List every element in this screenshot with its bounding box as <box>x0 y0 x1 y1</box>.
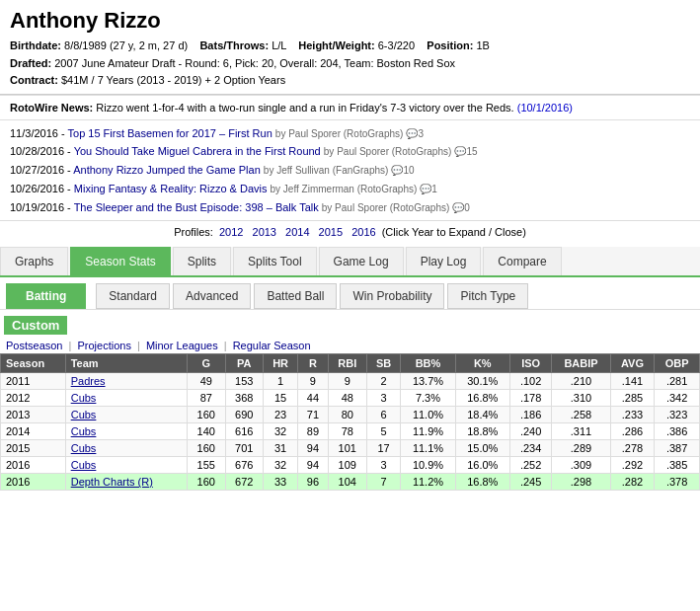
cell-hr: 15 <box>263 390 297 407</box>
cell-obp: .323 <box>655 407 700 423</box>
cell-bb: 11.2% <box>401 474 455 491</box>
cell-team[interactable]: Cubs <box>65 457 187 474</box>
news-section: RotoWire News: Rizzo went 1-for-4 with a… <box>0 95 700 120</box>
cell-babip: .298 <box>552 474 610 491</box>
article-link-4[interactable]: Mixing Fantasy & Reality: Rizzo & Davis <box>74 183 268 194</box>
team-link[interactable]: Cubs <box>71 459 97 471</box>
sub-tab-batted-ball[interactable]: Batted Ball <box>254 283 337 309</box>
profile-year-2015[interactable]: 2015 <box>319 226 343 238</box>
cell-team[interactable]: Cubs <box>65 390 187 407</box>
team-link[interactable]: Depth Charts (R) <box>71 476 153 488</box>
sub-tab-advanced[interactable]: Advanced <box>173 283 251 309</box>
tab-play-log[interactable]: Play Log <box>406 247 482 275</box>
sub-tab-pitch-type[interactable]: Pitch Type <box>447 283 528 309</box>
filter-regular-season[interactable]: Regular Season <box>233 340 311 351</box>
team-link[interactable]: Cubs <box>71 425 97 437</box>
cell-obp: .342 <box>655 390 700 407</box>
table-row: 2015 Cubs 160 701 31 94 101 17 11.1% 15.… <box>1 440 700 457</box>
cell-r: 9 <box>298 373 328 390</box>
tab-splits[interactable]: Splits <box>173 247 231 275</box>
cell-pa: 701 <box>225 440 263 457</box>
cell-team[interactable]: Cubs <box>65 407 187 423</box>
cell-team[interactable]: Depth Charts (R) <box>65 474 187 491</box>
cell-sb: 3 <box>366 457 400 474</box>
profile-year-2014[interactable]: 2014 <box>285 226 309 238</box>
team-link[interactable]: Cubs <box>71 392 97 404</box>
cell-pa: 672 <box>225 474 263 491</box>
profile-year-2013[interactable]: 2013 <box>253 226 276 238</box>
tab-graphs[interactable]: Graphs <box>0 247 68 275</box>
profile-year-2012[interactable]: 2012 <box>219 226 243 238</box>
cell-sb: 6 <box>366 407 400 423</box>
cell-r: 71 <box>298 407 328 423</box>
cell-r: 94 <box>298 440 328 457</box>
filter-postseason[interactable]: Postseason <box>6 340 62 351</box>
custom-label: Custom <box>4 316 67 335</box>
cell-avg: .292 <box>610 457 655 474</box>
player-info: Birthdate: 8/8/1989 (27 y, 2 m, 27 d) Ba… <box>10 38 690 90</box>
tab-game-log[interactable]: Game Log <box>319 247 404 275</box>
cell-k: 16.0% <box>455 457 509 474</box>
cell-hr: 23 <box>263 407 297 423</box>
article-3: 10/27/2016 - Anthony Rizzo Jumped the Ga… <box>10 161 690 180</box>
batting-button[interactable]: Batting <box>6 283 86 309</box>
news-date: (10/1/2016) <box>517 102 573 114</box>
cell-avg: .285 <box>610 390 655 407</box>
article-link-5[interactable]: The Sleeper and the Bust Episode: 398 – … <box>74 201 319 213</box>
cell-obp: .385 <box>655 457 700 474</box>
cell-iso: .252 <box>509 457 551 474</box>
cell-r: 44 <box>298 390 328 407</box>
article-link-2[interactable]: You Should Take Miguel Cabrera in the Fi… <box>74 145 321 157</box>
col-pa: PA <box>225 354 263 373</box>
sub-tab-standard[interactable]: Standard <box>96 283 170 309</box>
cell-season: 2016 <box>1 457 66 474</box>
cell-rbi: 101 <box>328 440 366 457</box>
tab-season-stats[interactable]: Season Stats <box>70 247 170 275</box>
profile-year-2016[interactable]: 2016 <box>351 226 375 238</box>
col-k: K% <box>455 354 509 373</box>
cell-season: 2012 <box>1 390 66 407</box>
filter-projections[interactable]: Projections <box>77 340 130 351</box>
cell-r: 89 <box>298 423 328 440</box>
cell-pa: 616 <box>225 423 263 440</box>
article-link-3[interactable]: Anthony Rizzo Jumped the Game Plan <box>73 164 261 176</box>
col-sb: SB <box>366 354 400 373</box>
filter-links: Postseason | Projections | Minor Leagues… <box>0 338 700 353</box>
col-iso: ISO <box>509 354 551 373</box>
cell-k: 15.0% <box>455 440 509 457</box>
cell-k: 16.8% <box>455 390 509 407</box>
article-link-1[interactable]: Top 15 First Basemen for 2017 – First Ru… <box>68 127 272 139</box>
tab-splits-tool[interactable]: Splits Tool <box>233 247 316 275</box>
cell-team[interactable]: Padres <box>65 373 187 390</box>
profiles-section: Profiles: 2012 2013 2014 2015 2016 (Clic… <box>0 220 700 243</box>
cell-obp: .386 <box>655 423 700 440</box>
cell-season: 2016 <box>1 474 66 491</box>
cell-g: 87 <box>188 390 225 407</box>
cell-rbi: 80 <box>328 407 366 423</box>
cell-rbi: 9 <box>328 373 366 390</box>
cell-g: 160 <box>188 440 225 457</box>
cell-hr: 33 <box>263 474 297 491</box>
sub-tab-win-probability[interactable]: Win Probability <box>340 283 444 309</box>
cell-hr: 31 <box>263 440 297 457</box>
col-obp: OBP <box>655 354 700 373</box>
player-header: Anthony Rizzo Birthdate: 8/8/1989 (27 y,… <box>0 0 700 95</box>
col-bb: BB% <box>401 354 455 373</box>
filter-minor-leagues[interactable]: Minor Leagues <box>146 340 218 351</box>
cell-pa: 368 <box>225 390 263 407</box>
cell-team[interactable]: Cubs <box>65 423 187 440</box>
cell-team[interactable]: Cubs <box>65 440 187 457</box>
cell-babip: .311 <box>552 423 610 440</box>
team-link[interactable]: Cubs <box>71 409 97 420</box>
player-name: Anthony Rizzo <box>10 8 690 34</box>
cell-rbi: 104 <box>328 474 366 491</box>
cell-obp: .387 <box>655 440 700 457</box>
cell-bb: 13.7% <box>401 373 455 390</box>
cell-bb: 11.0% <box>401 407 455 423</box>
col-team: Team <box>65 354 187 373</box>
team-link[interactable]: Cubs <box>71 442 97 454</box>
cell-bb: 7.3% <box>401 390 455 407</box>
team-link[interactable]: Padres <box>71 375 106 387</box>
tab-compare[interactable]: Compare <box>483 247 561 275</box>
cell-babip: .210 <box>552 373 610 390</box>
